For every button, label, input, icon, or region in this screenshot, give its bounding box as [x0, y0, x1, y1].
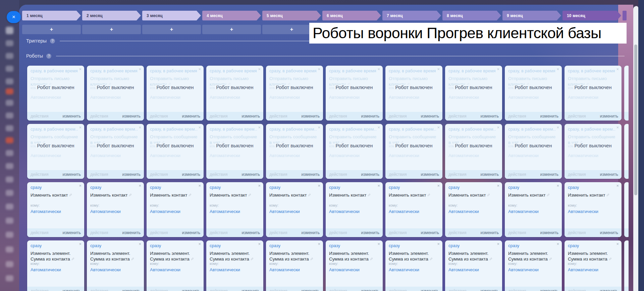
edit-pencil-icon[interactable]: ✎: [191, 257, 194, 262]
robot-action-label[interactable]: Изменить элемент. Сумма из контакта✎: [31, 250, 81, 262]
close-icon[interactable]: ×: [79, 67, 82, 71]
timing-link[interactable]: сразу: [31, 243, 42, 248]
timing-link[interactable]: сразу: [90, 185, 101, 190]
close-icon[interactable]: ×: [497, 67, 499, 71]
timing-link[interactable]: сразу, в рабочее время: [448, 68, 496, 73]
robot-action-label[interactable]: Изменить контакт✎: [31, 192, 81, 198]
card-edit-link[interactable]: изменить: [600, 114, 618, 119]
card-actions-link[interactable]: действия: [150, 114, 168, 119]
recipient-value-link[interactable]: Автоматически: [90, 95, 121, 100]
timing-link[interactable]: сразу, в рабочее врем…: [210, 127, 257, 132]
close-icon[interactable]: ×: [377, 67, 380, 71]
close-icon[interactable]: ×: [79, 184, 82, 188]
stage-tab-3[interactable]: 3 месяц: [142, 11, 201, 20]
recipient-value-link[interactable]: Автоматически: [448, 95, 479, 100]
stage-tab-9[interactable]: 9 месяц: [502, 11, 561, 20]
card-edit-link[interactable]: изменить: [540, 230, 558, 235]
robot-card[interactable]: ×сразуИзменить контакт✎кому:Автоматическ…: [565, 182, 622, 237]
robot-card[interactable]: ×сразу, в рабочее врем…Отправить сообщен…: [385, 124, 442, 179]
timing-link[interactable]: сразу, в рабочее врем…: [31, 127, 78, 132]
card-edit-link[interactable]: изменить: [361, 172, 379, 177]
recipient-value-link[interactable]: Автоматически: [269, 95, 300, 100]
card-actions-link[interactable]: действия: [508, 172, 526, 177]
close-icon[interactable]: ×: [318, 184, 320, 188]
scrollbar-thumb[interactable]: [634, 45, 637, 195]
card-actions-link[interactable]: действия: [210, 230, 228, 235]
recipient-value-link[interactable]: Автоматически: [210, 153, 240, 158]
card-actions-link[interactable]: действия: [150, 172, 168, 177]
sidebar-blurred-icon[interactable]: [6, 190, 13, 196]
robot-card[interactable]: ×сразу, в рабочее врем…Отправить сообщен…: [326, 124, 383, 179]
recipient-value-link[interactable]: Автоматически: [150, 267, 180, 272]
card-edit-link[interactable]: изменить: [361, 289, 379, 291]
recipient-value-link[interactable]: Автоматически: [329, 267, 360, 272]
recipient-value-link[interactable]: Автоматически: [508, 153, 539, 158]
recipient-value-link[interactable]: Автоматически: [90, 153, 121, 158]
card-edit-link[interactable]: изменить: [421, 114, 439, 119]
timing-link[interactable]: сразу, в рабочее время: [150, 68, 197, 73]
close-icon[interactable]: ×: [79, 242, 82, 246]
close-icon[interactable]: ×: [139, 67, 141, 71]
recipient-value-link[interactable]: Автоматически: [150, 153, 180, 158]
robot-card[interactable]: ×сразу, в рабочее времяОтправить письмо …: [565, 66, 622, 121]
recipient-value-link[interactable]: Автоматически: [448, 209, 479, 214]
timing-link[interactable]: сразу, в рабочее время: [31, 68, 78, 73]
recipient-value-link[interactable]: Автоматически: [389, 209, 419, 214]
sidebar-blurred-icon[interactable]: [6, 137, 13, 143]
recipient-value-link[interactable]: Автоматически: [448, 153, 479, 158]
card-actions-link[interactable]: действия: [269, 114, 287, 119]
card-actions-link[interactable]: действия: [568, 230, 586, 235]
recipient-value-link[interactable]: Автоматически: [568, 95, 598, 100]
card-edit-link[interactable]: изменить: [63, 114, 81, 119]
card-actions-link[interactable]: действия: [31, 172, 49, 177]
recipient-value-link[interactable]: Автоматически: [90, 209, 121, 214]
robot-action-label[interactable]: Изменить контакт✎: [448, 192, 499, 198]
robot-action-label[interactable]: Изменить контакт✎: [269, 192, 320, 198]
card-actions-link[interactable]: действия: [448, 114, 467, 119]
recipient-value-link[interactable]: Автоматически: [90, 267, 121, 272]
robot-action-label[interactable]: Изменить контакт✎: [90, 192, 141, 198]
robot-action-label[interactable]: Изменить контакт✎: [568, 192, 618, 198]
robot-card[interactable]: ×сразуИзменить контакт✎кому:Автоматическ…: [266, 182, 323, 237]
timing-link[interactable]: сразу, в рабочее врем…: [90, 127, 138, 132]
robot-action-label[interactable]: Изменить элемент. Сумма из контакта✎: [568, 250, 618, 262]
add-trigger-button[interactable]: +: [202, 25, 261, 34]
card-edit-link[interactable]: изменить: [540, 114, 558, 119]
card-edit-link[interactable]: изменить: [182, 114, 200, 119]
scrollbar-track[interactable]: [633, 6, 638, 291]
help-icon[interactable]: ?: [50, 39, 55, 44]
card-actions-link[interactable]: действия: [389, 230, 407, 235]
recipient-value-link[interactable]: Автоматически: [508, 267, 539, 272]
card-edit-link[interactable]: изменить: [63, 230, 81, 235]
robot-action-label[interactable]: Изменить элемент. Сумма из контакта✎: [90, 250, 141, 262]
robot-card[interactable]: ×сразуИзменить элемент. Сумма из контакт…: [445, 240, 502, 291]
timing-link[interactable]: сразу: [269, 243, 280, 248]
add-trigger-button[interactable]: +: [82, 25, 141, 34]
recipient-value-link[interactable]: Автоматически: [508, 95, 539, 100]
timing-link[interactable]: сразу, в рабочее время: [508, 68, 555, 73]
card-actions-link[interactable]: действия: [90, 289, 108, 291]
timing-link[interactable]: сразу: [210, 185, 221, 190]
close-icon[interactable]: ×: [497, 184, 499, 188]
robot-card[interactable]: ×сразу, в рабочее времяОтправить письмо …: [147, 66, 204, 121]
timing-link[interactable]: сразу: [448, 185, 460, 190]
timing-link[interactable]: сразу: [389, 185, 400, 190]
robot-card[interactable]: ×сразу, в рабочее времяОтправить письмо …: [326, 66, 383, 121]
close-icon[interactable]: ×: [318, 125, 320, 130]
recipient-value-link[interactable]: Автоматически: [31, 95, 61, 100]
card-actions-link[interactable]: действия: [31, 230, 49, 235]
robot-card[interactable]: ×сразу, в рабочее времяОтправить письмо …: [445, 66, 502, 121]
close-icon[interactable]: ×: [616, 67, 619, 71]
stage-tab-7[interactable]: 7 месяц: [382, 11, 441, 20]
timing-link[interactable]: сразу: [150, 185, 161, 190]
stage-tab-2[interactable]: 2 месяц: [82, 11, 141, 20]
card-edit-link[interactable]: изменить: [421, 230, 439, 235]
stage-tab-1[interactable]: 1 месяц: [22, 11, 81, 20]
card-actions-link[interactable]: действия: [448, 172, 467, 177]
robot-card[interactable]: ×сразуИзменить элемент. Сумма из контакт…: [505, 240, 562, 291]
recipient-value-link[interactable]: Автоматически: [269, 267, 300, 272]
card-actions-link[interactable]: действия: [389, 289, 407, 291]
sidebar-blurred-icon[interactable]: [6, 218, 13, 224]
sidebar-blurred-icon[interactable]: [6, 78, 13, 84]
edit-pencil-icon[interactable]: ✎: [489, 257, 492, 262]
